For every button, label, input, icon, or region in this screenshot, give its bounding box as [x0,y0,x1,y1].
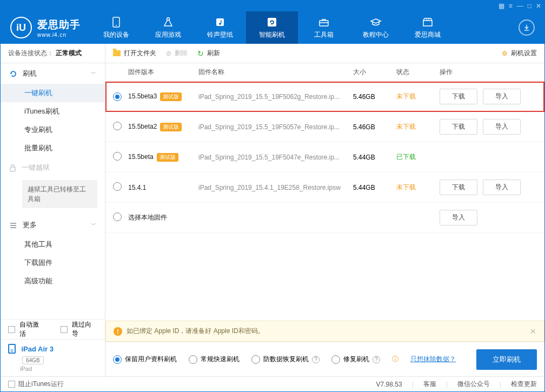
connection-mode: 正常模式 [56,49,82,58]
sidebar-group-more[interactable]: 更多 ﹀ [1,215,105,235]
sidebar-item-pro-flash[interactable]: 专业刷机 [1,121,105,139]
radio-icon [189,355,197,364]
row-radio[interactable] [113,152,122,161]
titlebar-close[interactable]: ✕ [536,3,541,9]
wechat-link[interactable]: 微信公众号 [457,380,490,389]
import-button[interactable]: 导入 [483,180,521,195]
nav-my-device[interactable]: 我的设备 [90,11,142,44]
sidebar-item-batch-flash[interactable]: 批量刷机 [1,139,105,157]
download-button[interactable]: 下载 [440,180,477,195]
menu-icon [9,221,17,229]
sidebar: 设备连接状态： 正常模式 刷机 ﹀ 一键刷机 iTunes刷机 专业刷机 批量刷… [1,44,105,376]
opt-repair-flash[interactable]: 修复刷机 ? [331,355,380,364]
statusbar: 阻止iTunes运行 V7.98.53 | 客服 | 微信公众号 | 检查更新 [1,376,544,391]
sidebar-group-flash[interactable]: 刷机 ﹀ [1,63,105,84]
nav-tutorials[interactable]: 教程中心 [350,11,402,44]
toolbox-icon [318,16,329,28]
refresh-icon: ↻ [197,49,204,58]
sidebar-item-oneclick-flash[interactable]: 一键刷机 [1,84,105,102]
import-button[interactable]: 导入 [440,210,477,225]
row-radio[interactable] [113,182,122,191]
info-icon: ⓘ [392,355,398,364]
connection-status: 设备连接状态： 正常模式 [1,44,105,63]
opt-anti-recovery[interactable]: 防数据恢复刷机 ? [251,355,320,364]
flash-settings-button[interactable]: ⚙ 刷机设置 [502,49,537,58]
header: iU 爱思助手 www.i4.cn 我的设备 应用游戏 铃声壁纸 智能刷机 工具… [1,11,544,44]
beta-tag: 测试版 [160,123,182,131]
download-button[interactable]: 下载 [440,119,477,135]
toolbar: 打开文件夹 ⊘ 删除 ↻ 刷新 ⚙ 刷机设置 [105,44,544,63]
delete-button[interactable]: ⊘ 删除 [166,49,188,58]
block-itunes-checkbox[interactable] [8,381,15,388]
chevron-down-icon: ﹀ [91,221,96,229]
gear-icon: ⚙ [502,50,508,57]
firmware-version: 选择本地固件 [128,214,167,221]
sidebar-item-itunes-flash[interactable]: iTunes刷机 [1,102,105,121]
opt-normal-flash[interactable]: 常规快速刷机 [189,355,240,364]
download-indicator[interactable] [519,19,535,36]
firmware-filename: iPad_Spring_2019_15.5_19F5062g_Restore.i… [198,93,353,101]
store-icon [422,16,433,28]
auto-activate-checkbox[interactable] [8,326,15,333]
nav-apps-games[interactable]: 应用游戏 [142,11,194,44]
row-radio[interactable] [113,212,122,221]
main-nav: 我的设备 应用游戏 铃声壁纸 智能刷机 工具箱 教程中心 爱思商城 [90,11,454,44]
table-row[interactable]: 15.5beta3测试版 iPad_Spring_2019_15.5_19F50… [105,82,544,112]
sidebar-item-advanced[interactable]: 高级功能 [1,272,105,290]
row-radio[interactable] [113,122,122,130]
nav-smart-flash[interactable]: 智能刷机 [246,11,298,44]
titlebar-grid-icon[interactable]: ▦ [499,3,504,9]
sidebar-item-download-firmware[interactable]: 下载固件 [1,254,105,272]
open-folder-button[interactable]: 打开文件夹 [113,49,156,58]
radio-icon [251,355,260,364]
titlebar-minimize[interactable]: — [517,3,523,9]
header-right [519,19,544,36]
firmware-version: 15.5beta3 [128,92,157,100]
device-info[interactable]: iPad Air 3 64GB iPad [1,339,105,376]
version-label: V7.98.53 [376,381,402,388]
import-button[interactable]: 导入 [483,119,521,135]
jailbreak-note: 越狱工具已转移至工具箱 [22,180,97,208]
erase-data-link[interactable]: 只想抹除数据？ [410,355,456,364]
firmware-table-body: 15.5beta3测试版 iPad_Spring_2019_15.5_19F50… [105,82,544,321]
logo: iU 爱思助手 www.i4.cn [1,17,90,38]
firmware-size: 5.44GB [353,184,396,191]
delete-icon: ⊘ [166,50,171,57]
svg-rect-6 [320,21,328,26]
svg-rect-5 [268,18,276,26]
warning-icon: ! [114,327,122,336]
refresh-button[interactable]: ↻ 刷新 [197,49,220,58]
flash-now-button[interactable]: 立即刷机 [476,349,537,370]
help-icon[interactable]: ? [373,356,380,363]
nav-toolbox[interactable]: 工具箱 [298,11,350,44]
firmware-status: 已下载 [396,152,440,162]
table-row[interactable]: 15.5beta2测试版 iPad_Spring_2019_15.5_19F50… [105,112,544,142]
notice-close-button[interactable]: ✕ [530,327,536,336]
apple-id-notice: ! 如已绑定 Apple ID，请准备好 Apple ID和密码。 ✕ [105,321,544,342]
import-button[interactable]: 导入 [483,89,521,104]
titlebar-maximize[interactable]: □ [528,3,531,9]
firmware-size: 5.46GB [353,93,396,101]
check-update-link[interactable]: 检查更新 [511,380,537,389]
table-row[interactable]: 15.5beta测试版 iPad_Spring_2019_15.5_19F504… [105,142,544,172]
sidebar-item-other-tools[interactable]: 其他工具 [1,235,105,254]
support-link[interactable]: 客服 [423,380,436,389]
skip-guide-checkbox[interactable] [61,326,68,333]
nav-store[interactable]: 爱思商城 [402,11,454,44]
firmware-version: 15.5beta2 [128,123,157,130]
row-radio[interactable] [113,92,122,101]
firmware-filename: iPad_Spring_2019_15.5_19F5057e_Restore.i… [198,123,353,131]
beta-tag: 测试版 [160,92,182,101]
opt-keep-data[interactable]: 保留用户资料刷机 [113,355,177,364]
help-icon[interactable]: ? [312,356,320,363]
table-row[interactable]: 选择本地固件 导入 [105,203,544,233]
beta-tag: 测试版 [157,153,178,162]
table-header: 固件版本 固件名称 大小 状态 操作 [105,63,544,82]
nav-ringtones-wallpapers[interactable]: 铃声壁纸 [194,11,246,44]
titlebar-menu-icon[interactable]: ≡ [509,3,513,9]
logo-icon: iU [10,17,32,38]
download-button[interactable]: 下载 [440,89,477,104]
svg-point-2 [167,17,170,20]
firmware-version: 15.5beta [128,153,154,161]
table-row[interactable]: 15.4.1 iPad_Spring_2019_15.4.1_19E258_Re… [105,172,544,203]
